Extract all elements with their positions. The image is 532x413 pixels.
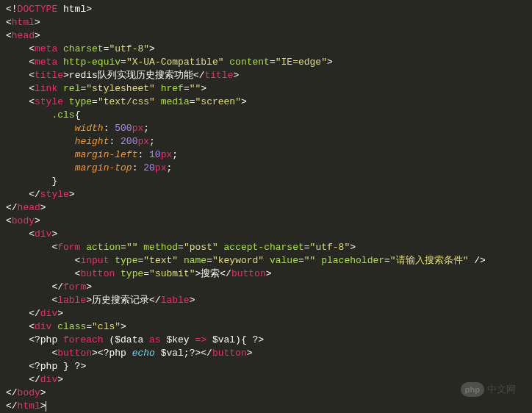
code-token: =	[86, 321, 92, 332]
code-token: $val;?></	[155, 348, 212, 359]
code-token: />	[468, 255, 485, 266]
code-token	[264, 255, 270, 266]
code-token: $key	[161, 334, 195, 345]
code-token	[6, 149, 75, 160]
code-token: >	[35, 215, 40, 226]
code-token: div	[35, 321, 51, 332]
code-token: </	[6, 387, 18, 398]
code-token: "text/css"	[98, 96, 155, 107]
code-token: </	[6, 202, 18, 213]
code-token: "utf-8"	[310, 242, 351, 253]
code-token: form	[63, 281, 86, 292]
code-token: div	[35, 229, 51, 240]
code-token: =	[121, 242, 126, 253]
code-token: ""	[126, 242, 138, 253]
code-token: >	[241, 96, 247, 107]
code-token: "post"	[184, 242, 218, 253]
code-token: 500	[115, 123, 132, 134]
code-token: $val){ ?>	[206, 334, 264, 345]
code-token: </	[6, 308, 40, 319]
code-token: html>	[57, 4, 92, 15]
code-token: {	[75, 109, 81, 121]
watermark: php 中文网	[461, 382, 516, 397]
code-token: content	[229, 57, 270, 68]
text-cursor	[46, 401, 46, 412]
code-token: =	[206, 255, 212, 266]
code-token: rel	[63, 83, 80, 94]
code-token: >	[40, 387, 46, 398]
code-token: div	[40, 374, 57, 385]
code-token: >redis队列实现历史搜索功能</	[63, 70, 204, 81]
code-token: DOCTYPE	[18, 4, 58, 15]
code-token: name	[184, 255, 206, 266]
code-token: 20	[143, 162, 155, 173]
code-token: "stylesheet"	[86, 83, 155, 94]
code-token: "text"	[143, 255, 178, 266]
code-token: method	[143, 242, 178, 253]
code-token	[155, 96, 161, 107]
code-token	[155, 83, 161, 94]
code-token: =	[270, 57, 276, 68]
code-token: </	[6, 189, 40, 200]
code-token: >	[266, 268, 272, 279]
code-token: lable	[161, 295, 190, 306]
code-token: ($data	[104, 334, 149, 345]
code-token: =	[121, 57, 126, 68]
code-token: type	[69, 96, 92, 107]
code-token: media	[161, 96, 190, 107]
code-token: >	[51, 229, 57, 240]
code-token: ;	[143, 123, 149, 134]
code-token: http-equiv	[63, 57, 121, 68]
code-token	[6, 162, 75, 173]
code-token: >	[233, 70, 239, 81]
code-token: link	[35, 83, 57, 94]
code-token: meta	[35, 57, 57, 68]
code-token	[178, 255, 184, 266]
code-token: action	[86, 242, 121, 253]
code-token: style	[40, 189, 69, 200]
code-token: button	[212, 348, 247, 359]
code-token	[6, 109, 51, 121]
code-token: charset	[63, 43, 104, 54]
code-token: :	[137, 149, 149, 160]
code-token: height	[75, 136, 109, 147]
code-token: "IE=edge"	[276, 57, 327, 68]
code-token: =	[184, 83, 190, 94]
code-token: head	[12, 30, 35, 41]
code-token: >历史搜索记录</	[86, 295, 160, 306]
code-token: :	[132, 162, 144, 173]
code-token: </	[6, 374, 40, 385]
code-token: margin-top	[75, 162, 132, 173]
code-token: =	[143, 268, 149, 279]
code-token: >	[57, 374, 63, 385]
code-token: style	[35, 96, 63, 107]
code-token: <	[6, 43, 35, 54]
code-token: =	[190, 96, 195, 107]
code-token: "cls"	[92, 321, 121, 332]
code-token: ;	[172, 149, 178, 160]
code-token: >	[190, 295, 195, 306]
code-token: ;	[149, 136, 155, 147]
code-token	[6, 123, 75, 134]
code-token: button	[231, 268, 266, 279]
watermark-text: 中文网	[487, 383, 516, 396]
code-token: }	[6, 176, 57, 187]
code-token: =	[304, 242, 310, 253]
code-token: =	[298, 255, 304, 266]
code-token: >	[350, 242, 356, 253]
code-token: >	[86, 281, 92, 292]
code-token	[57, 83, 63, 94]
code-token: :	[109, 136, 121, 147]
code-token: html	[12, 17, 35, 28]
code-editor: <!DOCTYPE html> <html> <head> <meta char…	[6, 3, 526, 413]
code-token: <	[6, 229, 35, 240]
code-token: input	[80, 255, 109, 266]
code-token: >	[35, 17, 40, 28]
code-token: head	[18, 202, 40, 213]
code-token: "screen"	[195, 96, 241, 107]
code-token: body	[12, 215, 35, 226]
code-token	[57, 57, 63, 68]
code-token: "submit"	[149, 268, 195, 279]
code-token: placeholder	[321, 255, 384, 266]
code-token: >	[35, 30, 40, 41]
